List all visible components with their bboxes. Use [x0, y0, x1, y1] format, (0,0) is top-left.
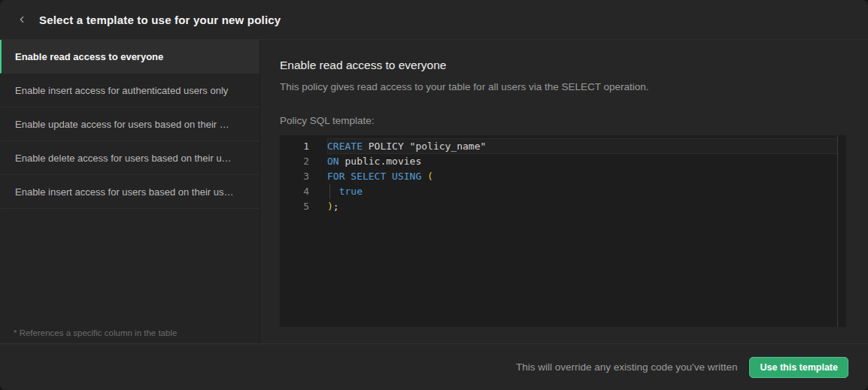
code-line: 1CREATE POLICY "policy_name" [280, 139, 846, 154]
template-detail: Enable read access to everyone This poli… [260, 40, 868, 343]
dialog-title: Select a template to use for your new po… [39, 14, 281, 26]
line-number: 4 [280, 184, 309, 199]
sql-template-label: Policy SQL template: [280, 115, 846, 126]
line-number: 2 [280, 154, 309, 169]
line-number: 5 [280, 199, 309, 214]
back-button[interactable] [12, 10, 32, 29]
code-line: 4 true [280, 184, 846, 199]
code-lines: 1CREATE POLICY "policy_name"2ON public.m… [280, 139, 846, 214]
line-number: 1 [280, 139, 309, 154]
override-warning: This will override any existing code you… [516, 361, 737, 373]
detail-description: This policy gives read access to your ta… [280, 80, 846, 94]
template-list-item[interactable]: Enable update access for users based on … [0, 107, 259, 141]
template-list-item[interactable]: Enable insert access for authenticated u… [0, 74, 259, 107]
policy-template-dialog: Select a template to use for your new po… [0, 0, 868, 390]
dialog-footer: This will override any existing code you… [0, 343, 868, 390]
template-list-item[interactable]: Enable read access to everyone [0, 40, 259, 74]
template-list: Enable read access to everyoneEnable ins… [0, 40, 260, 343]
code-text: ); [309, 199, 339, 214]
line-number: 3 [280, 169, 309, 184]
indent-guide [329, 184, 330, 199]
chevron-left-icon [17, 14, 27, 25]
use-template-button[interactable]: Use this template [749, 357, 848, 378]
detail-title: Enable read access to everyone [280, 58, 846, 73]
code-text: ON public.movies [309, 154, 421, 169]
template-items: Enable read access to everyoneEnable ins… [0, 40, 259, 209]
code-line: 3FOR SELECT USING ( [280, 169, 846, 184]
template-list-item[interactable]: Enable insert access for users based on … [0, 175, 259, 209]
code-text: FOR SELECT USING ( [309, 169, 433, 184]
code-line: 5); [280, 199, 846, 214]
dialog-body: Enable read access to everyoneEnable ins… [0, 40, 868, 343]
template-list-item[interactable]: Enable delete access for users based on … [0, 141, 259, 175]
sql-code-editor[interactable]: 1CREATE POLICY "policy_name"2ON public.m… [280, 135, 846, 327]
template-footnote: * References a specific column in the ta… [14, 328, 177, 337]
code-line: 2ON public.movies [280, 154, 846, 169]
code-text: CREATE POLICY "policy_name" [309, 139, 486, 154]
code-text: true [309, 184, 363, 199]
dialog-header: Select a template to use for your new po… [0, 0, 868, 40]
